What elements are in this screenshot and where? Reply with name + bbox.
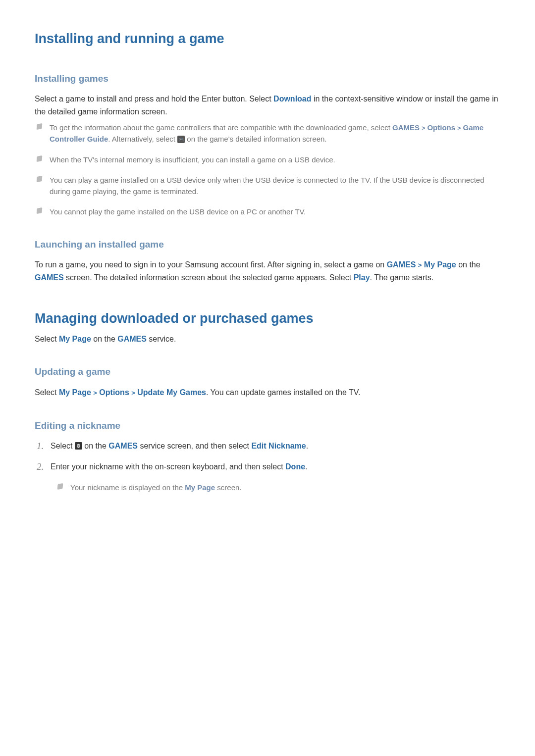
text: Select (51, 442, 75, 450)
subheading-editing-nickname: Editing a nickname (35, 419, 500, 433)
paragraph-installing: Select a game to install and press and h… (35, 93, 500, 118)
subheading-updating: Updating a game (35, 365, 500, 379)
keyword-my-page: My Page (59, 335, 91, 343)
keyword-my-page: My Page (59, 388, 91, 397)
text: To run a game, you need to sign in to yo… (35, 260, 387, 269)
text: Your nickname is displayed on the (70, 483, 185, 492)
text: . (306, 442, 308, 450)
controller-icon: 🎮 (177, 136, 185, 143)
keyword-options: Options (427, 123, 455, 132)
subheading-installing-games: Installing games (35, 72, 500, 86)
note-item: To get the information about the game co… (48, 122, 500, 145)
keyword-download: Download (273, 95, 311, 103)
keyword-games: GAMES (108, 442, 138, 450)
heading-installing-running: Installing and running a game (35, 29, 500, 49)
keyword-done: Done (285, 462, 305, 471)
text: . The game starts. (370, 273, 434, 282)
text: on the (82, 442, 108, 450)
keyword-play: Play (354, 273, 370, 282)
paragraph-launching: To run a game, you need to sign in to yo… (35, 258, 500, 284)
text: screen. The detailed information screen … (64, 273, 354, 282)
note-item: You cannot play the game installed on th… (48, 206, 500, 217)
keyword-options: Options (99, 388, 129, 397)
gear-icon: ⚙ (75, 442, 82, 450)
chevron-icon: > (418, 261, 422, 269)
step-item: Enter your nickname with the on-screen k… (48, 460, 500, 494)
text: service screen, and then select (138, 442, 251, 450)
text: Select a game to install and press and h… (35, 95, 273, 103)
text: screen. (215, 483, 241, 492)
keyword-my-page: My Page (185, 483, 215, 492)
note-list-installing: To get the information about the game co… (35, 122, 500, 218)
keyword-edit-nickname: Edit Nickname (251, 442, 306, 450)
steps-list: Select ⚙ on the GAMES service screen, an… (35, 440, 500, 494)
chevron-icon: > (422, 125, 425, 132)
keyword-games: GAMES (35, 273, 64, 282)
text: Select (35, 388, 59, 397)
keyword-my-page: My Page (424, 260, 456, 269)
chevron-icon: > (457, 125, 461, 132)
text: on the game's detailed information scree… (185, 135, 326, 143)
chevron-icon: > (93, 389, 97, 397)
keyword-update-my-games: Update My Games (137, 388, 206, 397)
keyword-games: GAMES (117, 335, 147, 343)
text: To get the information about the game co… (50, 123, 392, 132)
text: . You can update games installed on the … (206, 388, 360, 397)
text: . Alternatively, select (108, 135, 177, 143)
sub-note: Your nickname is displayed on the My Pag… (68, 482, 500, 494)
subheading-launching: Launching an installed game (35, 238, 500, 252)
text: on the (91, 335, 117, 343)
paragraph-updating: Select My Page > Options > Update My Gam… (35, 386, 500, 399)
heading-managing-games: Managing downloaded or purchased games (35, 308, 500, 329)
text: Select (35, 335, 59, 343)
chevron-icon: > (131, 389, 135, 397)
text: on the (456, 260, 481, 269)
note-item: You can play a game installed on a USB d… (48, 174, 500, 198)
note-item: When the TV's internal memory is insuffi… (48, 154, 500, 165)
step-item: Select ⚙ on the GAMES service screen, an… (48, 440, 500, 453)
text: Enter your nickname with the on-screen k… (51, 462, 285, 471)
text: . (305, 462, 307, 471)
keyword-games: GAMES (387, 260, 416, 269)
keyword-games: GAMES (392, 123, 420, 132)
text: service. (147, 335, 176, 343)
paragraph-managing: Select My Page on the GAMES service. (35, 333, 500, 346)
